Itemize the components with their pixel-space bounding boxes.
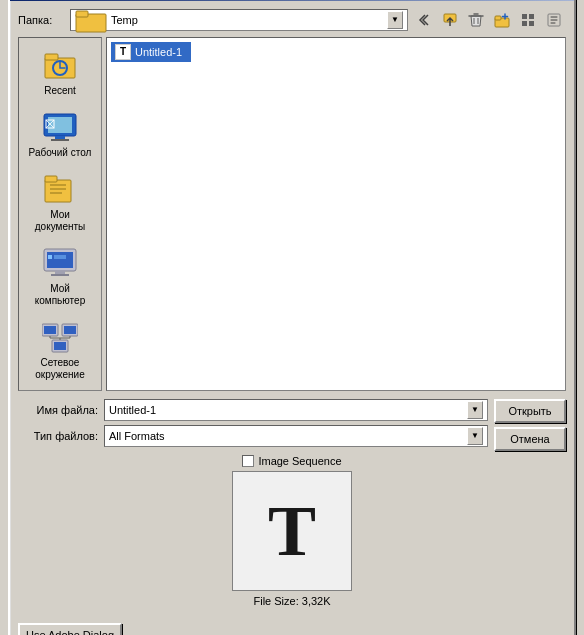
sidebar-item-computer-label: Мой компьютер	[25, 283, 95, 307]
sidebar: Recent Рабочий стол	[18, 37, 102, 391]
filetype-input[interactable]: All Formats ▼	[104, 425, 488, 447]
svg-rect-21	[50, 188, 66, 190]
toolbar-row: Папка: Temp ▼	[18, 9, 566, 31]
svg-rect-34	[54, 342, 66, 350]
file-browser[interactable]: T Untitled-1	[106, 37, 566, 391]
filename-combo-arrow[interactable]: ▼	[467, 401, 483, 419]
network-icon	[42, 319, 78, 355]
svg-rect-28	[54, 255, 66, 259]
filename-value: Untitled-1	[109, 404, 467, 416]
folder-combo[interactable]: Temp ▼	[70, 9, 408, 31]
svg-rect-1	[76, 11, 88, 17]
nav-back-button[interactable]	[412, 9, 436, 31]
nav-up-button[interactable]	[438, 9, 462, 31]
new-folder-icon	[494, 12, 510, 28]
file-size: File Size: 3,32K	[253, 595, 330, 607]
view-button[interactable]	[516, 9, 540, 31]
sidebar-item-desktop-label: Рабочий стол	[29, 147, 92, 159]
sidebar-item-recent[interactable]: Recent	[22, 42, 98, 102]
open-button[interactable]: Открыть	[494, 399, 566, 423]
fields-column: Имя файла: Untitled-1 ▼ Тип файлов: All …	[18, 399, 488, 447]
tools-icon	[546, 12, 562, 28]
svg-rect-4	[495, 16, 501, 20]
preview-container: T	[232, 471, 352, 591]
svg-rect-26	[51, 274, 69, 276]
filetype-label: Тип файлов:	[18, 430, 98, 442]
main-area: Recent Рабочий стол	[18, 37, 566, 391]
svg-rect-27	[48, 255, 52, 259]
image-sequence-row: Image Sequence	[242, 455, 341, 467]
svg-rect-7	[522, 21, 527, 26]
filetype-value: All Formats	[109, 430, 467, 442]
sidebar-item-desktop[interactable]: Рабочий стол	[22, 104, 98, 164]
desktop-icon	[42, 109, 78, 145]
svg-rect-24	[47, 252, 73, 268]
svg-rect-20	[50, 184, 66, 186]
sidebar-item-computer[interactable]: Мой компьютер	[22, 240, 98, 312]
buttons-column: Открыть Отмена	[494, 399, 566, 451]
delete-button[interactable]	[464, 9, 488, 31]
svg-rect-22	[50, 192, 62, 194]
folder-label: Папка:	[18, 14, 66, 26]
preview-icon: T	[268, 495, 316, 567]
svg-rect-19	[45, 176, 57, 182]
svg-rect-5	[522, 14, 527, 19]
svg-rect-8	[529, 21, 534, 26]
file-icon: T	[115, 44, 131, 60]
file-name: Untitled-1	[135, 46, 182, 58]
image-sequence-label: Image Sequence	[258, 455, 341, 467]
image-sequence-checkbox[interactable]	[242, 455, 254, 467]
view-icon	[520, 12, 536, 28]
svg-rect-11	[45, 54, 58, 60]
up-arrow-icon	[442, 12, 458, 28]
svg-rect-30	[44, 326, 56, 334]
tools-button[interactable]	[542, 9, 566, 31]
dialog-body: Папка: Temp ▼	[10, 1, 574, 619]
svg-rect-14	[48, 117, 72, 133]
recent-icon	[42, 47, 78, 83]
filename-label: Имя файла:	[18, 404, 98, 416]
fields-and-buttons: Имя файла: Untitled-1 ▼ Тип файлов: All …	[18, 399, 566, 451]
sidebar-item-documents-label: Мои документы	[25, 209, 95, 233]
svg-rect-18	[45, 180, 71, 202]
documents-icon	[42, 171, 78, 207]
folder-combo-arrow[interactable]: ▼	[387, 11, 403, 29]
svg-rect-32	[64, 326, 76, 334]
svg-rect-16	[51, 139, 69, 141]
toolbar-buttons	[412, 9, 566, 31]
filetype-row: Тип файлов: All Formats ▼	[18, 425, 488, 447]
filename-input[interactable]: Untitled-1 ▼	[104, 399, 488, 421]
new-folder-button[interactable]	[490, 9, 514, 31]
folder-icon	[75, 6, 107, 34]
sidebar-item-network-label: Сетевое окружение	[25, 357, 95, 381]
folder-name: Temp	[111, 14, 383, 26]
filetype-combo-arrow[interactable]: ▼	[467, 427, 483, 445]
sidebar-item-recent-label: Recent	[44, 85, 76, 97]
filename-row: Имя файла: Untitled-1 ▼	[18, 399, 488, 421]
use-adobe-dialog-button[interactable]: Use Adobe Dialog	[18, 623, 122, 636]
delete-icon	[468, 12, 484, 28]
bottom-section: Image Sequence T File Size: 3,32K	[18, 451, 566, 611]
svg-rect-6	[529, 14, 534, 19]
computer-icon	[42, 245, 78, 281]
back-arrow-icon	[416, 12, 432, 28]
cancel-button[interactable]: Отмена	[494, 427, 566, 451]
open-dialog: Open ? ✕ Папка: Temp ▼	[8, 0, 576, 635]
sidebar-item-documents[interactable]: Мои документы	[22, 166, 98, 238]
sidebar-item-network[interactable]: Сетевое окружение	[22, 314, 98, 386]
file-item[interactable]: T Untitled-1	[111, 42, 191, 62]
